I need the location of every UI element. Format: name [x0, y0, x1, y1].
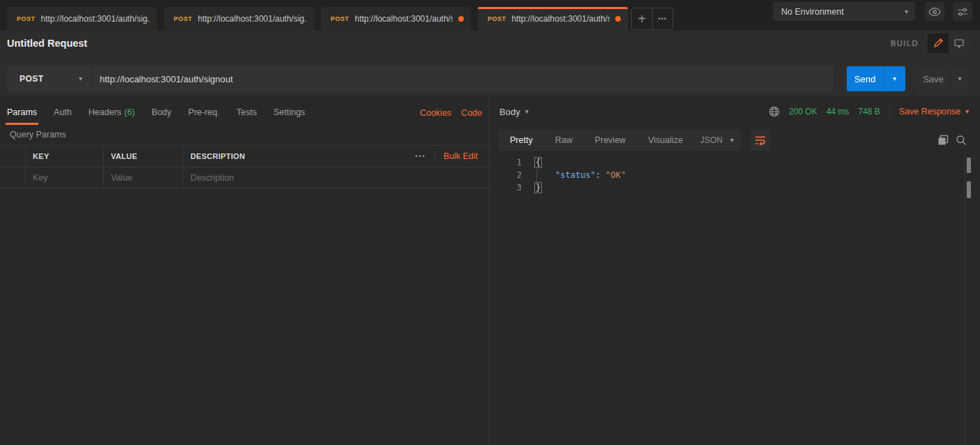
- request-links: Cookies Code: [420, 102, 482, 124]
- view-preview[interactable]: Preview: [584, 130, 637, 151]
- environment-quick-look-button[interactable]: [925, 2, 944, 21]
- request-tab-2[interactable]: POST http://localhost:3001/auth/sig...: [164, 7, 314, 31]
- tab-settings[interactable]: Settings: [273, 102, 305, 125]
- close-brace: }: [534, 182, 542, 193]
- tab-headers-label: Headers: [89, 107, 121, 117]
- indent-guide: [536, 169, 537, 183]
- url-box: POST ▾: [7, 66, 834, 92]
- bulk-edit-link[interactable]: Bulk Edit: [444, 151, 478, 161]
- environment-label: No Environment: [781, 7, 905, 17]
- request-tab-1[interactable]: POST http://localhost:3001/auth/sig...: [7, 7, 157, 31]
- method-selector[interactable]: POST ▾: [7, 66, 93, 92]
- save-button[interactable]: Save: [917, 66, 950, 91]
- tab-auth[interactable]: Auth: [54, 102, 72, 125]
- request-url-row: POST ▾ Send ▾ Save ▾: [0, 56, 980, 96]
- tab-actions: + •••: [631, 8, 673, 30]
- settings-button[interactable]: [953, 2, 972, 21]
- view-raw[interactable]: Raw: [544, 130, 584, 151]
- open-brace: {: [534, 157, 542, 168]
- editor-scroll-mark[interactable]: [967, 181, 971, 198]
- search-icon: [956, 135, 967, 146]
- unsaved-dot: [615, 16, 621, 22]
- param-description-input[interactable]: [190, 173, 474, 183]
- line-number: 2: [497, 169, 522, 181]
- request-tab-3[interactable]: POST http://localhost:3001/auth/ses...: [321, 7, 471, 31]
- response-meta-row: Body ▾ 200 OK 44 ms 748 B Save Response …: [490, 99, 980, 124]
- tab-tests[interactable]: Tests: [236, 102, 257, 125]
- tab-settings-label: Settings: [273, 107, 305, 117]
- pencil-icon: [933, 38, 943, 48]
- query-params-table: KEY VALUE DESCRIPTION ••• Bulk Edit: [0, 145, 489, 188]
- view-switcher: Pretty Raw Preview Visualize: [499, 130, 694, 151]
- response-body-label: Body: [499, 107, 520, 117]
- chevron-down-icon: ▾: [905, 8, 908, 15]
- comment-icon: [954, 39, 964, 48]
- tab-url: http://localhost:3001/auth/ses...: [355, 14, 453, 24]
- send-options-button[interactable]: ▾: [883, 66, 905, 91]
- tab-body[interactable]: Body: [151, 102, 172, 125]
- column-header-value: VALUE: [111, 152, 137, 160]
- column-header-description: DESCRIPTION: [190, 152, 245, 160]
- save-response-label: Save Response: [899, 107, 960, 116]
- view-visualize[interactable]: Visualize: [637, 130, 694, 151]
- response-time[interactable]: 44 ms: [827, 107, 850, 116]
- wrap-lines-button[interactable]: [751, 130, 770, 151]
- mode-toggle: [928, 33, 970, 53]
- row-handle-column: [0, 146, 25, 167]
- tab-params[interactable]: Params: [7, 102, 37, 125]
- view-pretty[interactable]: Pretty: [499, 130, 544, 151]
- chevron-down-icon: ▾: [965, 108, 969, 115]
- build-mode-label: BUILD: [891, 31, 919, 56]
- code-text: }: [534, 181, 542, 194]
- tab-body-label: Body: [151, 107, 172, 117]
- copy-response-button[interactable]: [936, 133, 950, 147]
- network-icon[interactable]: [769, 106, 780, 117]
- column-header-key: KEY: [33, 152, 50, 160]
- format-dropdown[interactable]: JSON ▾: [692, 130, 741, 151]
- column-options-button[interactable]: •••: [415, 153, 425, 160]
- tab-pre-request[interactable]: Pre-req.: [188, 102, 220, 125]
- separator: [889, 106, 890, 117]
- search-response-button[interactable]: [954, 133, 968, 147]
- header-separator: [435, 151, 435, 162]
- row-handle[interactable]: [0, 167, 25, 188]
- tab-headers[interactable]: Headers(6): [89, 102, 135, 125]
- tab-url: http://localhost:3001/auth/sig...: [41, 14, 150, 24]
- json-key: "status": [555, 170, 596, 180]
- editor-scroll-mark[interactable]: [967, 158, 971, 173]
- url-input[interactable]: [93, 66, 834, 92]
- edit-mode-button[interactable]: [928, 33, 949, 53]
- code-line: 3 }: [497, 181, 626, 194]
- tab-method-badge: POST: [331, 15, 349, 22]
- param-value-input[interactable]: [111, 173, 179, 183]
- method-label: POST: [20, 74, 79, 84]
- response-size[interactable]: 748 B: [858, 107, 880, 116]
- save-response-button[interactable]: Save Response ▾: [899, 107, 969, 116]
- tab-tests-label: Tests: [236, 107, 257, 117]
- response-body-editor[interactable]: 1 { 2 "status": "OK" 3 }: [497, 156, 626, 194]
- cookies-link[interactable]: Cookies: [420, 108, 451, 118]
- response-view-toolbar: Pretty Raw Preview Visualize JSON ▾: [490, 130, 980, 151]
- response-body-dropdown[interactable]: Body ▾: [499, 99, 529, 124]
- param-key-input[interactable]: [33, 173, 100, 183]
- comments-button[interactable]: [949, 33, 970, 53]
- environment-selector[interactable]: No Environment ▾: [773, 2, 915, 21]
- code-line: 1 {: [497, 156, 626, 169]
- request-editor-tabs: Params Auth Headers(6) Body Pre-req. Tes…: [0, 102, 488, 124]
- query-params-heading: Query Params: [10, 130, 66, 139]
- new-tab-button[interactable]: +: [632, 8, 653, 29]
- send-button[interactable]: Send: [847, 66, 883, 91]
- chevron-down-icon: ▾: [79, 75, 82, 82]
- eye-icon: [928, 7, 941, 17]
- code-text: "status": "OK": [534, 169, 626, 181]
- code-line: 2 "status": "OK": [497, 169, 626, 181]
- tab-options-button[interactable]: •••: [653, 8, 673, 29]
- save-options-button[interactable]: ▾: [950, 66, 969, 91]
- table-header-row: KEY VALUE DESCRIPTION ••• Bulk Edit: [0, 145, 489, 167]
- request-tab-4-active[interactable]: POST http://localhost:3001/auth/sig...: [478, 7, 628, 31]
- wrap-lines-icon: [755, 135, 766, 145]
- status-badge[interactable]: 200 OK: [789, 107, 817, 116]
- tab-pre-request-label: Pre-req.: [188, 107, 220, 117]
- chevron-down-icon: ▾: [893, 75, 896, 82]
- code-link[interactable]: Code: [461, 108, 482, 118]
